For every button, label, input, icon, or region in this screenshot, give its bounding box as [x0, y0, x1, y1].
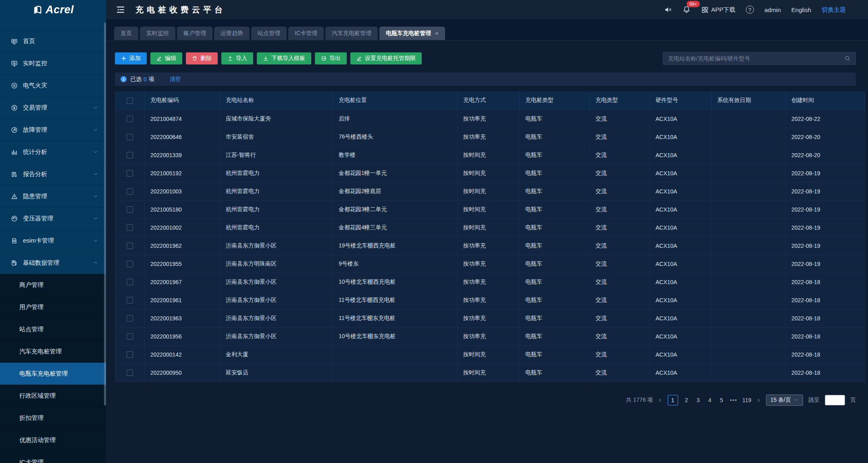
- row-checkbox[interactable]: [127, 206, 133, 213]
- table-row[interactable]: 2021005192杭州雷霆电力金都花园1幢一单元按时间充电瓶车交流ACX10A…: [115, 164, 865, 182]
- sidebar-item-统计分析[interactable]: 统计分析: [0, 141, 106, 163]
- tab-汽车充电桩管理[interactable]: 汽车充电桩管理: [325, 27, 378, 40]
- 导入-button[interactable]: 导入: [221, 52, 253, 64]
- sidebar-item-故障管理[interactable]: 故障管理: [0, 119, 106, 141]
- prev-page-button[interactable]: ‹: [658, 396, 662, 404]
- page-button-2[interactable]: 2: [683, 397, 690, 403]
- notifications[interactable]: 99+: [683, 5, 691, 15]
- page-button-5[interactable]: 5: [718, 397, 725, 403]
- sidebar-item-交易管理[interactable]: 交易管理: [0, 97, 106, 119]
- sidebar-item-变压器管理[interactable]: 变压器管理: [0, 208, 106, 230]
- sidebar-item-报告分析[interactable]: 报告分析: [0, 163, 106, 185]
- table-row[interactable]: 2021004874应城市保险大厦旁后排按功率充电瓶车交流ACX10A2022-…: [115, 110, 865, 128]
- 编辑-button[interactable]: 编辑: [150, 52, 182, 64]
- tab-实时监控[interactable]: 实时监控: [140, 27, 175, 40]
- 删除-button[interactable]: 删除: [186, 52, 218, 64]
- search-icon[interactable]: [844, 55, 851, 62]
- sidebar-item-label: 首页: [23, 37, 98, 45]
- row-checkbox[interactable]: [127, 297, 133, 303]
- page-size-select[interactable]: 15 条/页: [766, 394, 803, 406]
- table-cell: 电瓶车: [520, 309, 590, 327]
- row-checkbox[interactable]: [127, 224, 133, 231]
- row-checkbox[interactable]: [127, 333, 133, 340]
- table-cell: [333, 363, 458, 382]
- next-page-button[interactable]: ›: [757, 396, 761, 404]
- row-checkbox[interactable]: [127, 315, 133, 322]
- sidebar-item-首页[interactable]: 首页: [0, 30, 106, 52]
- menu-fold-icon[interactable]: [116, 5, 125, 14]
- page-button-3[interactable]: 3: [695, 397, 701, 403]
- edit-icon: [156, 56, 162, 61]
- sidebar-item-基础数据管理[interactable]: 基础数据管理: [0, 252, 106, 274]
- search-input[interactable]: [668, 55, 844, 62]
- sidebar-subitem-用户管理[interactable]: 用户管理: [0, 296, 106, 318]
- table-cell: 76号楼西楼头: [333, 128, 458, 146]
- page-button-4[interactable]: 4: [707, 397, 713, 403]
- table-row[interactable]: 2022001003杭州雷霆电力金都花园2幢底层按时间充电瓶车交流ACX10A2…: [115, 182, 865, 200]
- table-row[interactable]: 2022000646市安装宿舍76号楼西楼头按功率充电瓶车交流ACX10A202…: [115, 128, 865, 146]
- app-download-button[interactable]: APP下载: [701, 6, 735, 14]
- table-row[interactable]: 2022001961沂南县东方御景小区11号楼北车棚西充电桩按功率充电瓶车交流A…: [115, 291, 865, 309]
- table-row[interactable]: 2021005180杭州雷霆电力金都花园3幢二单元按时间充电瓶车交流ACX10A…: [115, 200, 865, 218]
- table-row[interactable]: 2022001962沂南县东方御景小区19号楼北车棚西充电桩按功率充电瓶车交流A…: [115, 237, 865, 255]
- row-checkbox[interactable]: [127, 279, 133, 285]
- tab-电瓶车充电桩管理[interactable]: 电瓶车充电桩管理×: [379, 27, 445, 40]
- row-checkbox[interactable]: [127, 243, 133, 249]
- sidebar-item-电气火灾[interactable]: 电气火灾: [0, 75, 106, 97]
- row-checkbox[interactable]: [127, 188, 133, 195]
- tab-bar: 首页实时监控账户管理运营趋势站点管理IC卡管理汽车充电桩管理电瓶车充电桩管理×: [106, 19, 868, 40]
- sidebar-item-隐患管理[interactable]: 隐患管理: [0, 185, 106, 208]
- 设置充电桩托管期限-button[interactable]: 设置充电桩托管期限: [350, 52, 422, 64]
- help-icon[interactable]: ?: [746, 6, 754, 14]
- page-button-1[interactable]: 1: [668, 395, 678, 405]
- selected-suffix: 项: [149, 76, 154, 83]
- table-row[interactable]: 2022001002杭州雷霆电力金都花园4幢三单元按时间充电瓶车交流ACX10A…: [115, 218, 865, 237]
- sidebar-subitem-行政区域管理[interactable]: 行政区域管理: [0, 385, 106, 407]
- 导出-button[interactable]: 导出: [315, 52, 347, 64]
- table-row[interactable]: 2022000950延安饭店按时间充电瓶车交流ACX10A2022-08-18: [115, 363, 865, 382]
- clear-selection-link[interactable]: 清空: [170, 76, 181, 83]
- tab-运营趋势[interactable]: 运营趋势: [214, 27, 250, 40]
- sidebar-subitem-站点管理[interactable]: 站点管理: [0, 318, 106, 341]
- sidebar-subitem-汽车充电桩管理[interactable]: 汽车充电桩管理: [0, 341, 106, 363]
- sidebar-subitem-电瓶车充电桩管理[interactable]: 电瓶车充电桩管理: [0, 363, 106, 385]
- table-row[interactable]: 2022001339江苏-智将行教学楼按时间充电瓶车交流ACX10A2022-0…: [115, 146, 865, 164]
- button-label: 导入: [236, 55, 247, 62]
- page-button-119[interactable]: 119: [742, 397, 751, 403]
- sidebar-subitem-商户管理[interactable]: 商户管理: [0, 274, 106, 296]
- row-checkbox[interactable]: [127, 152, 133, 158]
- row-checkbox[interactable]: [127, 134, 133, 140]
- table-row[interactable]: 2022001967沂南县东方御景小区10号楼北车棚西充电桩按功率充电瓶车交流A…: [115, 273, 865, 291]
- table-row[interactable]: 2022001955沂南县东方明珠南区9号楼东按功率充电瓶车交流ACX10A20…: [115, 255, 865, 273]
- language-switch[interactable]: English: [791, 6, 811, 13]
- username[interactable]: admin: [764, 6, 781, 13]
- 添加-button[interactable]: 添加: [115, 52, 147, 64]
- select-all-checkbox[interactable]: [127, 98, 133, 104]
- tab-站点管理[interactable]: 站点管理: [251, 27, 287, 40]
- table-row[interactable]: 2022001963沂南县东方御景小区11号楼北车棚东充电桩按功率充电瓶车交流A…: [115, 309, 865, 327]
- row-checkbox[interactable]: [127, 261, 133, 267]
- row-checkbox[interactable]: [127, 370, 133, 376]
- sidebar-subitem-优惠活动管理[interactable]: 优惠活动管理: [0, 429, 106, 451]
- row-checkbox[interactable]: [127, 170, 133, 176]
- table-cell: ACX10A: [650, 363, 712, 382]
- table-cell: ACX10A: [650, 200, 712, 218]
- jump-page-input[interactable]: [825, 395, 845, 405]
- theme-switch-link[interactable]: 切换主题: [822, 6, 846, 14]
- table-cell: 交流: [590, 237, 650, 255]
- table-row[interactable]: 2022000142金利大厦按时间充电瓶车交流ACX10A2022-08-18: [115, 345, 865, 363]
- sidebar-item-esim卡管理[interactable]: esim卡管理: [0, 230, 106, 252]
- table-cell: 应城市保险大厦旁: [220, 110, 333, 128]
- table-row[interactable]: 2022001956沂南县东方御景小区10号楼北车棚东充电桩按功率充电瓶车交流A…: [115, 327, 865, 345]
- 下载导入模板-button[interactable]: 下载导入模板: [257, 52, 311, 64]
- tab-账户管理[interactable]: 账户管理: [177, 27, 212, 40]
- row-checkbox[interactable]: [127, 351, 133, 358]
- mute-icon[interactable]: [664, 6, 672, 14]
- sidebar-item-实时监控[interactable]: 实时监控: [0, 52, 106, 75]
- tab-IC卡管理[interactable]: IC卡管理: [288, 27, 324, 40]
- tab-首页[interactable]: 首页: [114, 27, 138, 40]
- row-checkbox[interactable]: [127, 116, 133, 122]
- close-icon[interactable]: ×: [435, 30, 439, 37]
- sidebar-subitem-折扣管理[interactable]: 折扣管理: [0, 407, 106, 429]
- sidebar-subitem-IC卡管理[interactable]: IC卡管理: [0, 451, 106, 463]
